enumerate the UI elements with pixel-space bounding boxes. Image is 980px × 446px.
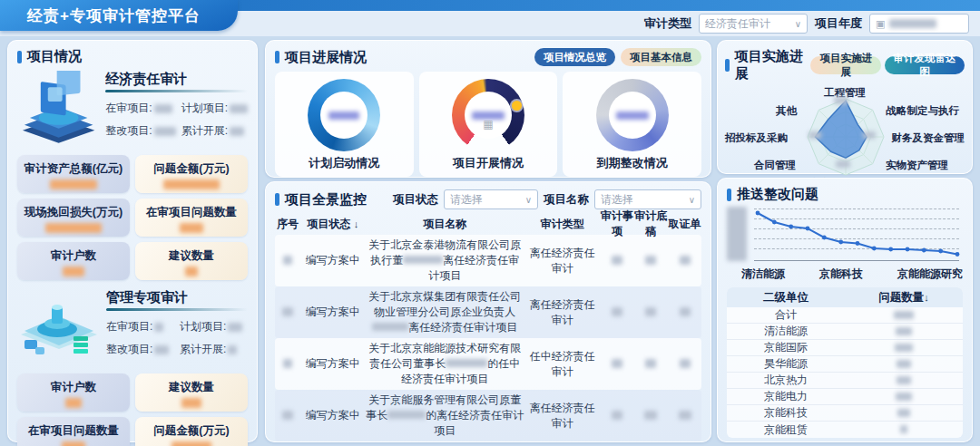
table-row[interactable]: 京能国际	[727, 340, 963, 356]
table-row[interactable]: 合计	[727, 307, 963, 324]
x-label: 京能科技	[819, 267, 863, 282]
redacted-year-value	[889, 19, 936, 28]
chevron-down-icon: ∨	[525, 195, 532, 205]
redacted-radar-value	[836, 160, 850, 168]
special-audit-cards: 审计户数 建议数量 在审项目问题数量 问题金额(万元)	[17, 373, 248, 446]
stat-card-label: 在审项目问题数量	[17, 423, 130, 439]
audit-type-value: 经济责任审计	[705, 16, 770, 32]
monitor-table-body: 编写方案中 关于北京金泰港物流有限公司原执行董离任经济责任审计项目 离任经济责任…	[275, 235, 701, 441]
title-bar-icon	[17, 51, 22, 63]
stat-card-label: 现场挽回损失(万元)	[17, 205, 130, 220]
table-row[interactable]: 编写方案中 关于北京京煤集团有限责任公司物业管理分公司原企业负责人离任经济责任审…	[275, 286, 701, 338]
stat-cumulative: 累计开展:	[181, 123, 248, 139]
stat-card: 审计户数	[17, 373, 130, 412]
progress-title-text: 项目进展情况	[285, 49, 367, 66]
col-unit: 二级单位	[727, 290, 845, 305]
filter-status-select[interactable]: 请选择 ∨	[444, 189, 538, 209]
filter-name-label: 项目名称	[544, 192, 589, 208]
gauge-due-rectification[interactable]: 到期整改情况	[563, 72, 701, 177]
stat-planned: 计划项目:	[181, 101, 248, 116]
stat-card-label: 审计户数	[17, 248, 130, 264]
col-issue-count[interactable]: 问题数量↓	[845, 290, 963, 305]
radar-axis-label: 招投标及采购	[725, 131, 788, 145]
stat-card: 现场挽回损失(万元)	[17, 199, 130, 237]
trend-chart	[727, 207, 963, 265]
stat-in-audit: 在审项目:	[105, 101, 175, 116]
header-controls: 审计类型 经济责任审计 ∨ 项目年度 ▣	[644, 14, 969, 34]
table-row[interactable]: 昊华能源	[727, 356, 963, 373]
tab-impl-progress[interactable]: 项目实施进展	[810, 56, 881, 74]
table-row[interactable]: 编写方案中 关于北京京能能源技术研究有限责任公司董事长的任中经济责任审计项目 任…	[275, 338, 701, 390]
table-row[interactable]: 京能电力	[727, 389, 963, 405]
radar-axis-label: 其他	[776, 104, 797, 118]
chevron-down-icon: ∨	[795, 19, 801, 29]
panel-progress: 项目进展情况 项目情况总览 项目基本信息 计划启动情况 ▦	[265, 40, 711, 178]
table-row[interactable]: 编写方案中 关于北京金泰港物流有限公司原执行董离任经济责任审计项目 离任经济责任…	[275, 235, 701, 286]
x-label: 清洁能源	[741, 267, 785, 282]
chevron-down-icon: ∨	[689, 195, 695, 205]
special-audit-heading: 管理专项审计	[106, 289, 248, 306]
table-row[interactable]: 京能科技	[727, 405, 963, 422]
redacted-value	[163, 179, 220, 189]
stat-card-label: 在审项目问题数量	[135, 205, 248, 220]
tab-audit-radar[interactable]: 审计发现雷达图	[885, 56, 965, 74]
heading-underline	[106, 308, 248, 311]
project-overview-title: 项目情况	[17, 48, 248, 65]
stat-card: 建议数量	[135, 242, 248, 280]
gauge-plan-start[interactable]: 计划启动情况	[275, 72, 414, 177]
col-status[interactable]: 项目状态 ↓	[300, 217, 366, 232]
gauge-cards: 计划启动情况 ▦ 项目开展情况 到期整改情况	[275, 72, 701, 177]
stat-card-label: 建议数量	[135, 380, 248, 395]
sort-desc-icon: ↓	[924, 292, 929, 303]
redacted-value	[50, 179, 97, 189]
project-year-input[interactable]: ▣	[869, 14, 969, 34]
rectification-title-text: 推送整改问题	[737, 186, 818, 203]
filter-name-select[interactable]: 请选择 ∨	[594, 189, 701, 209]
panel-implementation: 项目实施进展 项目实施进展 审计发现雷达图 工程管理 其他 战略制定与执行 招投…	[717, 40, 973, 174]
radar-axis-label: 合同管理	[754, 159, 796, 172]
special-audit-stats: 在审项目: 计划项目: 整改项目: 累计开展:	[106, 319, 248, 357]
section-economic-audit: 经济责任审计 在审项目: 计划项目: 整改项目: 累计开展:	[17, 71, 248, 149]
table-row[interactable]: 京能租赁	[727, 422, 963, 438]
x-label: 京能能源研究	[897, 267, 963, 282]
redacted-value	[185, 267, 198, 276]
stat-card: 审计户数	[17, 242, 130, 280]
stat-card-label: 审计户数	[17, 380, 130, 395]
sort-desc-icon: ↓	[354, 218, 359, 229]
tab-project-overview[interactable]: 项目情况总览	[534, 48, 615, 66]
heading-underline	[105, 90, 248, 92]
table-row[interactable]: 北京热力	[727, 373, 963, 389]
tab-project-basic-info[interactable]: 项目基本信息	[621, 48, 701, 66]
stat-card: 在审项目问题数量	[17, 417, 130, 446]
title-bar-icon	[275, 51, 279, 63]
project-year-label: 项目年度	[815, 15, 862, 32]
gauge-marker-dot	[512, 101, 522, 111]
redacted-gauge-value	[616, 112, 649, 120]
filter-status-label: 项目状态	[393, 192, 438, 208]
stat-card-label: 问题金额(万元)	[135, 161, 248, 177]
redacted-radar-value	[863, 131, 876, 139]
stat-card: 在审项目问题数量	[135, 199, 248, 237]
app-title: 经责+专项审计管控平台	[0, 0, 238, 31]
gauge-project-开展[interactable]: ▦ 项目开展情况	[419, 72, 558, 177]
redacted-value	[172, 441, 211, 446]
rectification-table: 二级单位 问题数量↓ 合计 清洁能源 京能国际 昊华能源 北京热力 京能电力 京…	[727, 287, 963, 438]
stat-card-label: 建议数量	[135, 248, 248, 264]
stat-in-audit: 在审项目:	[106, 319, 174, 334]
project-overview-title-text: 项目情况	[27, 48, 82, 65]
redacted-radar-value	[808, 131, 821, 139]
panel-project-overview: 项目情况 经济责任审计 在审项目: 计划项目: 整改项目: 累计开展	[7, 40, 258, 442]
table-row[interactable]: 编写方案中 关于京能服务管理有限公司原董事长的离任经济责任审计项目 离任经济责任…	[275, 390, 701, 441]
stat-card: 建议数量	[135, 373, 248, 412]
progress-title: 项目进展情况	[275, 49, 367, 66]
redacted-value	[65, 398, 82, 408]
title-bar-icon	[275, 193, 279, 206]
col-evidence: 取证单	[668, 217, 701, 232]
redacted-value	[63, 267, 84, 276]
radar-axis-label: 战略制定与执行	[887, 104, 960, 118]
table-row[interactable]: 清洁能源	[727, 324, 963, 340]
stat-card-label: 审计资产总额(亿元)	[17, 161, 130, 177]
panel-monitor: 项目全景监控 项目状态 请选择 ∨ 项目名称 请选择 ∨ 序号 项目状态 ↓ 项…	[265, 181, 711, 442]
audit-type-select[interactable]: 经济责任审计 ∨	[699, 14, 808, 34]
panel-rectification: 推送整改问题 清洁能源 京能科技 京能能源研究 二级单位 问题数量↓	[717, 178, 973, 442]
